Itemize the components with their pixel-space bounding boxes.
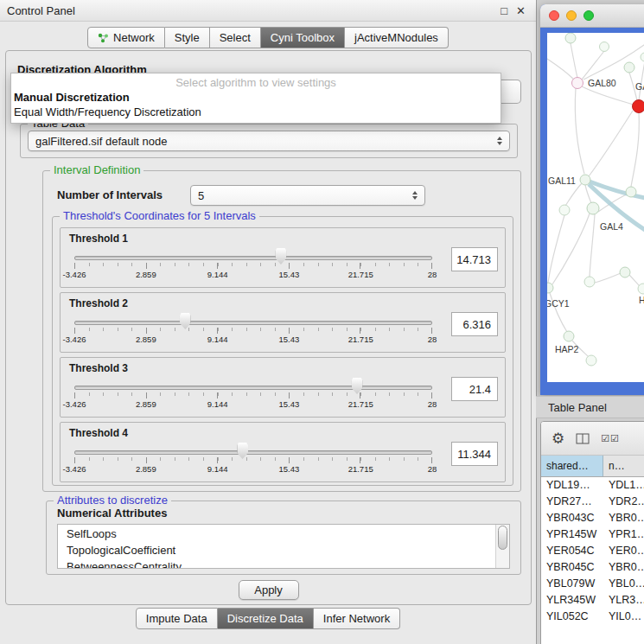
threshold-value-field[interactable]: 14.713 xyxy=(451,247,498,271)
tab-jactivemnodules[interactable]: jActiveMNodules xyxy=(345,27,449,48)
attribute-item-selfloops[interactable]: SelfLoops xyxy=(58,526,496,542)
network-node[interactable] xyxy=(600,42,609,52)
network-node[interactable] xyxy=(641,53,644,61)
table-row[interactable]: YLR345WYLR3… xyxy=(541,592,644,609)
number-of-intervals-combobox[interactable]: 5 xyxy=(190,185,425,206)
bottom-tab-infer-network[interactable]: Infer Network xyxy=(314,608,400,629)
cell-shared-name: YIL052C xyxy=(541,609,603,625)
slider-track[interactable] xyxy=(74,386,432,390)
tab-cyni-toolbox[interactable]: Cyni Toolbox xyxy=(261,27,345,48)
threshold-panel: Threshold 3 -3.4262.8599.14415.4321.7152… xyxy=(60,357,506,418)
table-row[interactable]: YPR145WYPR1… xyxy=(541,526,644,543)
cell-name: YDR2… xyxy=(603,494,644,510)
column-header-name[interactable]: n… xyxy=(603,456,644,476)
node-label: GA xyxy=(635,81,644,92)
slider-track[interactable] xyxy=(74,321,432,325)
network-node[interactable] xyxy=(638,284,644,294)
network-node-gal11[interactable] xyxy=(580,175,590,185)
network-view-window[interactable]: GAL80 GA GAL11 GAL4 GCY1 H HAP2 xyxy=(540,4,644,395)
attributes-scrollbar[interactable] xyxy=(495,525,509,568)
network-node[interactable] xyxy=(624,62,634,73)
network-node-selected-red[interactable] xyxy=(633,100,644,113)
algorithm-option-equal-width-frequency-discretization[interactable]: Equal Width/Frequency Discretization xyxy=(11,105,501,119)
scale-label: 15.43 xyxy=(279,399,300,409)
slider-major-ticks xyxy=(74,328,432,334)
scrollbar-thumb[interactable] xyxy=(498,526,507,550)
combo-arrows-icon xyxy=(497,137,502,145)
apply-button[interactable]: Apply xyxy=(239,580,299,600)
zoom-traffic-light-icon[interactable] xyxy=(583,10,594,21)
threshold-value-field[interactable]: 6.316 xyxy=(451,312,498,336)
network-node[interactable] xyxy=(565,33,576,43)
select-columns-checkboxes-icon[interactable]: ☑☑ xyxy=(601,433,620,444)
scale-label: 28 xyxy=(428,464,437,474)
attribute-item-betweennesscentrality[interactable]: BetweennessCentrality xyxy=(58,558,496,569)
cell-shared-name: YBL079W xyxy=(541,576,603,592)
cell-shared-name: YBR045C xyxy=(541,559,603,576)
network-node[interactable] xyxy=(584,277,595,287)
numerical-attributes-list[interactable]: SelfLoopsTopologicalCoefficientBetweenne… xyxy=(57,524,510,569)
bottom-tab-discretize-data[interactable]: Discretize Data xyxy=(218,608,314,629)
cell-name: YBR0… xyxy=(603,510,644,526)
slider-track[interactable] xyxy=(74,256,432,260)
threshold-slider[interactable]: -3.4262.8599.14415.4321.71528 xyxy=(69,440,441,478)
table-row[interactable]: YBR045CYBR0… xyxy=(541,559,644,576)
control-panel-titlebar[interactable]: Control Panel □ ✕ xyxy=(0,0,536,22)
gear-icon[interactable]: ⚙ xyxy=(552,431,564,446)
table-row[interactable]: YBL079WYBL0… xyxy=(541,576,644,592)
network-window-titlebar[interactable] xyxy=(540,4,644,28)
cell-name: YIL0… xyxy=(603,609,644,625)
network-icon xyxy=(98,33,109,43)
scale-label: 15.43 xyxy=(279,270,300,279)
scale-label: 21.715 xyxy=(348,335,373,344)
table-data-selected-value: galFiltered.sif default node xyxy=(35,135,167,148)
scale-label: 2.859 xyxy=(136,270,156,279)
minimize-traffic-light-icon[interactable] xyxy=(566,10,577,21)
network-node-hap2[interactable] xyxy=(564,331,574,341)
attribute-item-topologicalcoefficient[interactable]: TopologicalCoefficient xyxy=(58,542,496,558)
tab-label: Select xyxy=(220,31,251,44)
threshold-slider[interactable]: -3.4262.8599.14415.4321.71528 xyxy=(69,375,441,413)
table-row[interactable]: YDR27…YDR2… xyxy=(541,494,644,510)
table-row[interactable]: YIL052CYIL0… xyxy=(541,609,644,625)
tab-network[interactable]: Network xyxy=(87,27,165,48)
close-icon[interactable]: ✕ xyxy=(516,4,526,17)
scale-label: 15.43 xyxy=(279,335,300,344)
columns-icon[interactable] xyxy=(576,433,590,444)
network-node-labels: GAL80 GA GAL11 GAL4 GCY1 H HAP2 xyxy=(547,78,644,354)
threshold-slider[interactable]: -3.4262.8599.14415.4321.71528 xyxy=(69,245,441,284)
slider-track[interactable] xyxy=(74,450,432,455)
threshold-value-field[interactable]: 21.4 xyxy=(451,377,498,401)
network-node-gal4[interactable] xyxy=(587,202,599,214)
table-row[interactable]: YBR043CYBR0… xyxy=(541,510,644,526)
network-node[interactable] xyxy=(559,205,570,215)
tab-label: Infer Network xyxy=(323,612,390,625)
scale-label: 2.859 xyxy=(136,399,156,409)
table-row[interactable]: YDL19…YDL1… xyxy=(541,477,644,494)
table-data-combobox[interactable]: galFiltered.sif default node xyxy=(28,131,510,151)
table-row[interactable]: YER054CYER0… xyxy=(541,543,644,559)
tab-label: Network xyxy=(113,31,155,44)
close-traffic-light-icon[interactable] xyxy=(549,10,559,21)
network-node[interactable] xyxy=(620,267,630,277)
network-canvas-frame: GAL80 GA GAL11 GAL4 GCY1 H HAP2 xyxy=(540,28,644,395)
cell-shared-name: YDR27… xyxy=(541,494,603,510)
table-toolbar: ⚙ ☑☑ xyxy=(541,422,644,456)
float-window-icon[interactable]: □ xyxy=(501,4,507,17)
tab-label: Style xyxy=(175,31,200,44)
algorithm-option-manual-discretization[interactable]: Manual Discretization xyxy=(11,90,501,105)
threshold-slider[interactable]: -3.4262.8599.14415.4321.71528 xyxy=(69,310,441,348)
column-header-shared-name[interactable]: shared… xyxy=(541,456,603,476)
bottom-tab-impute-data[interactable]: Impute Data xyxy=(136,608,218,629)
threshold-value-field[interactable]: 11.344 xyxy=(451,442,498,466)
scale-label: 2.859 xyxy=(136,464,156,474)
network-node[interactable] xyxy=(626,187,636,197)
network-node-gcy1[interactable] xyxy=(547,283,553,293)
network-node-gal80[interactable] xyxy=(572,78,583,89)
tab-select[interactable]: Select xyxy=(210,27,261,48)
slider-major-ticks xyxy=(74,263,432,269)
table-rows: YDL19…YDL1…YDR27…YDR2…YBR043CYBR0…YPR145… xyxy=(541,477,644,625)
network-node[interactable] xyxy=(586,355,596,366)
network-canvas[interactable]: GAL80 GA GAL11 GAL4 GCY1 H HAP2 xyxy=(547,33,644,382)
tab-style[interactable]: Style xyxy=(165,27,210,48)
